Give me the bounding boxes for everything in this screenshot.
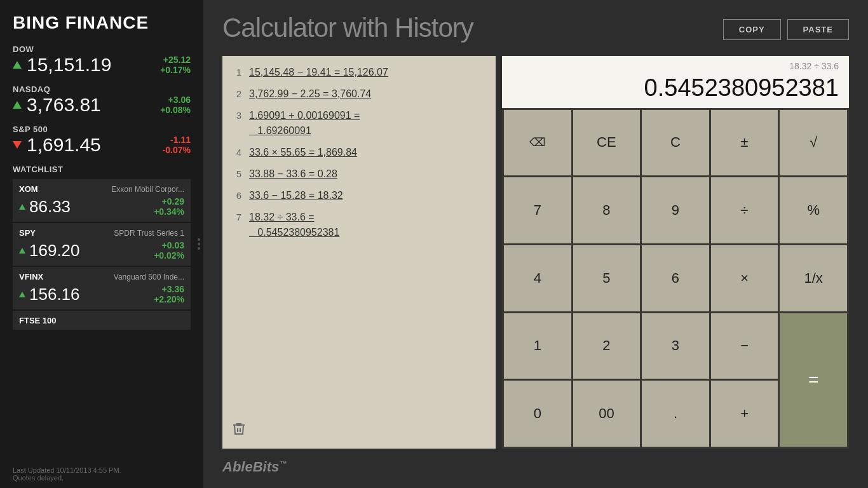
watchlist-item-vfinx[interactable]: VFINX Vanguard 500 Inde... 156.16 +3.36 … (13, 267, 191, 309)
9-button[interactable]: 9 (642, 177, 709, 243)
plusminus-button[interactable]: ± (711, 110, 778, 176)
history-panel: 1 15,145.48 − 19.41 = 15,126.07 2 3,762.… (222, 56, 496, 449)
divide-button[interactable]: ÷ (711, 177, 778, 243)
sp500-block: S&P 500 1,691.45 -1.11 -0.07% (13, 125, 191, 156)
7-button[interactable]: 7 (504, 177, 571, 243)
sqrt-button[interactable]: √ (780, 110, 847, 176)
sp500-price: 1,691.45 (27, 134, 101, 156)
nasdaq-price: 3,763.81 (27, 94, 101, 116)
calc-title: Calculator with History (222, 13, 473, 43)
ablebits-footer: AbleBits™ (222, 459, 849, 475)
dow-label: DOW (13, 44, 191, 54)
display-secondary: 18.32 ÷ 33.6 (512, 61, 839, 74)
buttons-grid: ⌫ CE C ± √ 7 8 9 ÷ % 4 5 6 × 1/x 1 2 (502, 108, 849, 449)
right-panel: Calculator with History COPY PASTE 1 15,… (203, 0, 868, 488)
spy-price: 169.20 (29, 241, 80, 261)
4-button[interactable]: 4 (504, 245, 571, 311)
history-entries: 1 15,145.48 − 19.41 = 15,126.07 2 3,762.… (231, 65, 487, 440)
sp500-label: S&P 500 (13, 125, 191, 134)
watchlist-title: WATCHLIST (13, 165, 191, 174)
history-expr-2[interactable]: 3,762.99 − 2.25 = 3,760.74 (249, 86, 371, 102)
history-num-6: 6 (231, 190, 241, 201)
xom-change-pct: +0.34% (154, 207, 184, 217)
history-expr-7[interactable]: 18.32 ÷ 33.6 = 0.5452380952381 (249, 210, 339, 240)
1-button[interactable]: 1 (504, 313, 571, 379)
5-button[interactable]: 5 (573, 245, 641, 311)
paste-button[interactable]: PASTE (787, 19, 849, 40)
watchlist-item-spy[interactable]: SPY SPDR Trust Series 1 169.20 +0.03 +0.… (13, 223, 191, 266)
xom-change: +0.29 (154, 196, 184, 207)
c-button[interactable]: C (642, 110, 709, 176)
history-num-3: 3 (231, 110, 241, 121)
left-panel: BING FINANCE DOW 15,151.19 +25.12 +0.17%… (0, 0, 203, 488)
00-button[interactable]: 00 (573, 381, 641, 447)
ablebits-logo: AbleBits™ (222, 459, 287, 475)
history-row-1: 1 15,145.48 − 19.41 = 15,126.07 (231, 65, 487, 80)
equals-button[interactable]: = (780, 313, 847, 447)
history-row-2: 2 3,762.99 − 2.25 = 3,760.74 (231, 86, 487, 102)
dow-price: 15,151.19 (27, 54, 111, 76)
history-row-7: 7 18.32 ÷ 33.6 = 0.5452380952381 (231, 210, 487, 240)
footer-text: Last Updated 10/11/2013 4:55 PM.Quotes d… (13, 466, 121, 482)
history-num-2: 2 (231, 88, 241, 99)
percent-button[interactable]: % (780, 177, 847, 243)
decimal-button[interactable]: . (642, 381, 709, 447)
history-row-3: 3 1.69091 + 0.00169091 = 1.69260091 (231, 108, 487, 139)
vfinx-change-pct: +2.20% (154, 294, 184, 304)
history-expr-1[interactable]: 15,145.48 − 19.41 = 15,126.07 (249, 65, 388, 80)
ce-button[interactable]: CE (573, 110, 641, 176)
drag-handle[interactable] (194, 232, 203, 256)
nasdaq-up-icon (13, 101, 22, 109)
display-area: 18.32 ÷ 33.6 0.5452380952381 (502, 56, 849, 108)
xom-price: 86.33 (29, 197, 71, 217)
spy-change: +0.03 (154, 240, 184, 250)
add-button[interactable]: + (711, 381, 778, 447)
spy-ticker: SPY (19, 228, 36, 238)
nasdaq-label: NASDAQ (13, 85, 191, 94)
history-expr-6[interactable]: 33.6 − 15.28 = 18.32 (249, 188, 343, 203)
history-expr-4[interactable]: 33.6 × 55.65 = 1,869.84 (249, 145, 357, 160)
6-button[interactable]: 6 (642, 245, 709, 311)
backspace-button[interactable]: ⌫ (504, 110, 571, 176)
xom-name: Exxon Mobil Corpor... (111, 185, 184, 194)
reciprocal-button[interactable]: 1/x (780, 245, 847, 311)
history-expr-5[interactable]: 33.88 − 33.6 = 0.28 (249, 166, 337, 182)
calculator: 18.32 ÷ 33.6 0.5452380952381 ⌫ CE C ± √ … (502, 56, 849, 449)
8-button[interactable]: 8 (573, 177, 641, 243)
watchlist-item-xom[interactable]: XOM Exxon Mobil Corpor... 86.33 +0.29 +0… (13, 179, 191, 222)
0-button[interactable]: 0 (504, 381, 571, 447)
dow-change: +25.12 (160, 55, 191, 65)
history-expr-3[interactable]: 1.69091 + 0.00169091 = 1.69260091 (249, 108, 360, 139)
xom-ticker: XOM (19, 184, 38, 194)
vfinx-change: +3.36 (154, 284, 184, 294)
history-num-1: 1 (231, 67, 241, 78)
3-button[interactable]: 3 (642, 313, 709, 379)
copy-button[interactable]: COPY (723, 19, 781, 40)
subtract-button[interactable]: − (711, 313, 778, 379)
trash-icon[interactable] (231, 421, 247, 440)
history-num-7: 7 (231, 212, 241, 222)
2-button[interactable]: 2 (573, 313, 641, 379)
sp500-change-pct: -0.07% (163, 145, 191, 155)
history-row-6: 6 33.6 − 15.28 = 18.32 (231, 188, 487, 203)
xom-up-icon (19, 204, 25, 210)
dow-change-pct: +0.17% (160, 65, 191, 75)
calc-body: 1 15,145.48 − 19.41 = 15,126.07 2 3,762.… (222, 56, 849, 449)
spy-up-icon (19, 248, 25, 254)
dow-block: DOW 15,151.19 +25.12 +0.17% (13, 44, 191, 76)
spy-change-pct: +0.02% (154, 250, 184, 261)
display-primary: 0.5452380952381 (512, 74, 839, 103)
watchlist-item-ftse[interactable]: FTSE 100 (13, 311, 191, 330)
ftse-ticker: FTSE 100 (19, 316, 57, 325)
history-row-5: 5 33.88 − 33.6 = 0.28 (231, 166, 487, 182)
calc-header: Calculator with History COPY PASTE (222, 13, 849, 43)
history-num-5: 5 (231, 168, 241, 179)
nasdaq-change: +3.06 (160, 95, 191, 105)
vfinx-ticker: VFINX (19, 272, 43, 281)
multiply-button[interactable]: × (711, 245, 778, 311)
nasdaq-block: NASDAQ 3,763.81 +3.06 +0.08% (13, 85, 191, 116)
vfinx-up-icon (19, 292, 25, 297)
sp500-down-icon (13, 141, 22, 149)
vfinx-price: 156.16 (29, 285, 80, 304)
vfinx-name: Vanguard 500 Inde... (114, 273, 184, 281)
